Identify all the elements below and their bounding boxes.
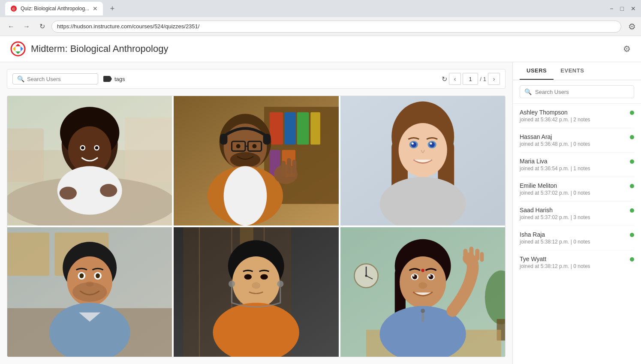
right-search-box[interactable]: 🔍 — [520, 85, 634, 98]
svg-point-69 — [79, 274, 84, 278]
svg-rect-26 — [311, 112, 321, 145]
minimize-button[interactable]: − — [610, 5, 613, 12]
svg-point-51 — [398, 123, 447, 177]
svg-point-83 — [244, 274, 252, 280]
next-page-button[interactable]: › — [488, 73, 500, 85]
address-bar[interactable]: https://hudson.instructure.com/courses/5… — [51, 21, 621, 33]
user-meta: joined at 5:38:12 p.m. | 0 notes — [520, 263, 630, 269]
page-content: Midterm: Biological Anthropology ⚙ 🔍 — [0, 36, 641, 364]
svg-rect-44 — [287, 158, 291, 174]
svg-point-55 — [429, 142, 435, 147]
app-logo — [10, 41, 26, 57]
svg-point-106 — [413, 275, 415, 277]
user-meta: joined at 5:36:48 p.m. | 0 notes — [520, 141, 630, 147]
user-item[interactable]: Saad Harish joined at 5:37:02 p.m. | 3 n… — [520, 202, 634, 226]
video-avatar-3 — [340, 96, 505, 226]
video-avatar-6 — [340, 227, 505, 357]
user-meta: joined at 5:38:12 p.m. | 0 notes — [520, 239, 630, 245]
online-indicator — [630, 257, 634, 262]
user-item[interactable]: Hassan Araj joined at 5:36:48 p.m. | 0 n… — [520, 128, 634, 153]
svg-point-57 — [430, 142, 432, 144]
user-item[interactable]: Tye Wyatt joined at 5:38:12 p.m. | 0 not… — [520, 250, 634, 274]
svg-point-56 — [411, 142, 413, 144]
user-name: Emilie Meliton — [520, 182, 630, 189]
video-grid — [7, 96, 506, 357]
user-item[interactable]: Emilie Meliton joined at 5:37:02 p.m. | … — [520, 177, 634, 202]
right-tabs: USERS EVENTS — [513, 62, 641, 80]
user-info: Isha Raja joined at 5:38:12 p.m. | 0 not… — [520, 231, 630, 245]
svg-rect-35 — [263, 134, 271, 144]
svg-point-101 — [400, 256, 446, 308]
svg-rect-34 — [220, 134, 228, 144]
user-name: Saad Harish — [520, 207, 630, 214]
users-list: Ashley Thompson joined at 5:36:42 p.m. |… — [513, 104, 641, 364]
user-meta: joined at 5:36:54 p.m. | 1 notes — [520, 165, 630, 171]
page-separator: / — [480, 76, 482, 82]
browser-frame: C Quiz: Biological Anthropolog... ✕ + − … — [0, 0, 641, 364]
user-info: Ashley Thompson joined at 5:36:42 p.m. |… — [520, 109, 630, 123]
user-item[interactable]: Isha Raja joined at 5:38:12 p.m. | 0 not… — [520, 226, 634, 250]
tag-icon — [103, 76, 112, 82]
online-indicator — [630, 111, 634, 115]
user-name: Maria Liva — [520, 158, 630, 165]
svg-marker-4 — [110, 76, 112, 82]
user-item[interactable]: Ashley Thompson joined at 5:36:42 p.m. |… — [520, 104, 634, 128]
online-indicator — [630, 233, 634, 237]
tab-favicon: C — [10, 5, 17, 12]
svg-point-109 — [418, 282, 427, 289]
browser-tab[interactable]: C Quiz: Biological Anthropolog... ✕ — [5, 2, 103, 15]
close-button[interactable]: ✕ — [631, 5, 636, 12]
user-info: Hassan Araj joined at 5:36:48 p.m. | 0 n… — [520, 133, 630, 147]
tags-button[interactable]: tags — [103, 76, 125, 82]
tab-users[interactable]: USERS — [520, 62, 554, 80]
page-title: Midterm: Biological Anthropology — [31, 43, 618, 54]
online-indicator — [630, 159, 634, 164]
reload-button[interactable]: ↻ — [442, 75, 447, 83]
search-input[interactable] — [27, 76, 87, 82]
svg-rect-118 — [480, 252, 484, 262]
left-panel: 🔍 tags ↻ ‹ 1 — [0, 62, 512, 364]
tags-label: tags — [114, 76, 125, 82]
svg-point-41 — [224, 166, 267, 226]
online-indicator — [630, 208, 634, 213]
browser-titlebar: C Quiz: Biological Anthropolog... ✕ + − … — [0, 0, 641, 17]
tab-close-button[interactable]: ✕ — [93, 5, 98, 12]
svg-rect-117 — [475, 249, 479, 261]
svg-point-105 — [428, 274, 433, 279]
main-area: 🔍 tags ↻ ‹ 1 — [0, 62, 641, 364]
svg-point-89 — [277, 281, 284, 287]
window-controls: − □ ✕ — [610, 5, 636, 12]
video-avatar-2 — [174, 96, 338, 226]
svg-point-20 — [100, 184, 117, 197]
svg-rect-115 — [463, 249, 467, 261]
forward-button[interactable]: → — [21, 21, 33, 33]
tab-events[interactable]: EVENTS — [554, 62, 591, 80]
svg-rect-63 — [7, 233, 49, 276]
back-button[interactable]: ← — [5, 21, 17, 33]
svg-point-70 — [96, 274, 100, 278]
svg-rect-7 — [7, 129, 44, 183]
search-icon: 🔍 — [17, 75, 24, 82]
user-info: Saad Harish joined at 5:37:02 p.m. | 3 n… — [520, 207, 630, 220]
video-cell-3 — [340, 96, 505, 226]
page-total: 1 — [483, 76, 486, 82]
new-tab-button[interactable]: + — [106, 3, 118, 15]
right-panel: USERS EVENTS 🔍 Ashley Thompson joined at… — [512, 62, 641, 364]
prev-page-button[interactable]: ‹ — [449, 73, 461, 85]
svg-point-104 — [412, 274, 417, 279]
video-avatar-1 — [7, 96, 172, 226]
right-search-input[interactable] — [535, 89, 629, 95]
maximize-button[interactable]: □ — [620, 5, 624, 12]
right-search-icon: 🔍 — [524, 88, 532, 95]
browser-navbar: ← → ↻ https://hudson.instructure.com/cou… — [0, 17, 641, 36]
video-cell-6 — [340, 227, 505, 357]
user-item[interactable]: Maria Liva joined at 5:36:54 p.m. | 1 no… — [520, 153, 634, 177]
video-avatar-4 — [7, 227, 172, 357]
user-info: Maria Liva joined at 5:36:54 p.m. | 1 no… — [520, 158, 630, 171]
toolbar: 🔍 tags ↻ ‹ 1 — [7, 69, 506, 89]
page-settings-icon[interactable]: ⚙ — [623, 44, 631, 54]
search-box[interactable]: 🔍 — [12, 73, 98, 84]
browser-settings-icon[interactable]: ⚙ — [628, 21, 636, 32]
refresh-button[interactable]: ↻ — [36, 21, 48, 33]
user-meta: joined at 5:37:02 p.m. | 0 notes — [520, 190, 630, 196]
